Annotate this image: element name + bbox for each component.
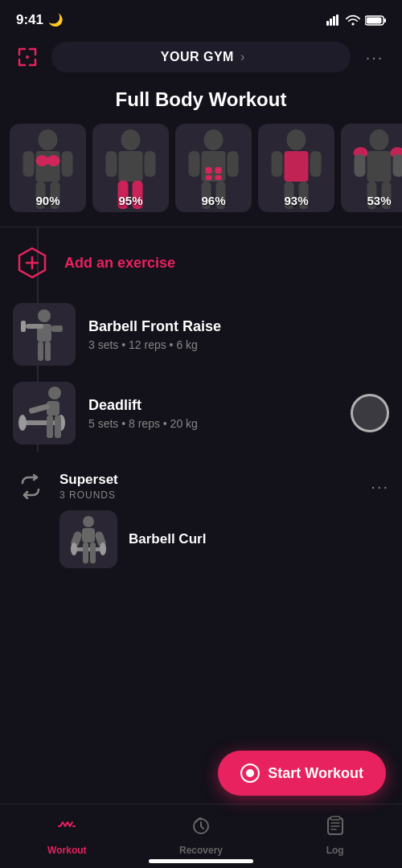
home-indicator: [149, 859, 253, 863]
svg-point-8: [39, 129, 58, 150]
thumbnail-2-percent: 95%: [92, 194, 169, 207]
log-nav-icon: [325, 816, 346, 841]
thumbnail-1-percent: 90%: [10, 194, 86, 207]
more-menu-button[interactable]: ···: [360, 48, 389, 67]
nav-workout[interactable]: Workout: [0, 809, 134, 856]
svg-rect-54: [38, 342, 43, 361]
superset-exercise-name: Barbell Curl: [129, 531, 206, 547]
svg-rect-9: [36, 151, 60, 182]
workout-nav-label: Workout: [47, 845, 86, 856]
svg-rect-1: [330, 18, 332, 26]
svg-point-71: [71, 542, 77, 555]
svg-rect-43: [393, 154, 403, 177]
svg-rect-33: [285, 151, 309, 182]
svg-rect-23: [202, 151, 226, 182]
svg-point-11: [47, 155, 60, 166]
thumbnail-5[interactable]: 53%: [341, 124, 402, 212]
recovery-nav-label: Recovery: [179, 845, 223, 856]
svg-rect-13: [62, 151, 73, 177]
svg-point-32: [287, 129, 306, 150]
svg-rect-42: [355, 154, 366, 177]
recovery-nav-icon: [191, 816, 211, 841]
svg-rect-17: [119, 151, 143, 182]
superset-rounds: 3 ROUNDS: [59, 489, 359, 501]
svg-point-16: [121, 129, 141, 150]
thumbnail-3-percent: 96%: [175, 194, 252, 207]
svg-point-7: [26, 55, 29, 59]
svg-rect-55: [45, 342, 51, 361]
svg-rect-12: [23, 151, 35, 177]
thumbnail-4[interactable]: 93%: [258, 124, 334, 212]
svg-rect-74: [90, 542, 96, 563]
gym-label: YOUR GYM: [161, 50, 234, 64]
expand-icon[interactable]: [13, 43, 42, 72]
exercise-1-meta: 3 sets • 12 reps • 6 kg: [88, 338, 389, 351]
exercise-1-name: Barbell Front Raise: [88, 318, 389, 335]
exercise-thumb-2: [13, 382, 76, 444]
svg-point-72: [100, 542, 106, 555]
svg-rect-39: [367, 151, 392, 182]
nav-log[interactable]: Log: [268, 809, 402, 856]
exercise-list: Add an exercise Barbell Front Raise: [0, 227, 402, 452]
exercise-2-name: Deadlift: [88, 397, 338, 414]
exercise-item-1[interactable]: Barbell Front Raise 3 sets • 12 reps • 6…: [13, 295, 389, 374]
svg-rect-73: [83, 542, 88, 563]
gym-pill[interactable]: YOUR GYM ›: [51, 42, 351, 72]
exercise-2-info: Deadlift 5 sets • 8 reps • 20 kg: [88, 397, 338, 430]
svg-point-10: [36, 155, 49, 166]
exercise-item-2[interactable]: Deadlift 5 sets • 8 reps • 20 kg: [13, 374, 389, 452]
superset-more-button[interactable]: ···: [371, 477, 389, 496]
signal-icon: [326, 14, 341, 26]
status-icons: [326, 14, 386, 26]
superset-title: Superset: [59, 472, 359, 488]
svg-rect-56: [13, 382, 76, 444]
svg-rect-53: [51, 326, 63, 332]
wifi-icon: [346, 14, 360, 26]
superset-exercise-1[interactable]: Barbell Curl: [59, 510, 389, 568]
exercise-thumb-1: [13, 303, 76, 366]
add-hex-icon: [13, 244, 51, 282]
muscle-thumbnails: 90% 95%: [0, 124, 402, 212]
svg-rect-51: [26, 324, 43, 329]
svg-rect-34: [272, 151, 283, 177]
exercise-2-meta: 5 sets • 8 reps • 20 kg: [88, 417, 338, 430]
log-nav-label: Log: [326, 845, 344, 856]
svg-point-57: [48, 387, 61, 399]
top-bar: YOUR GYM › ···: [0, 35, 402, 82]
svg-point-22: [204, 129, 224, 150]
svg-rect-24: [206, 167, 212, 174]
svg-rect-27: [215, 175, 222, 180]
add-exercise-label: Add an exercise: [64, 255, 175, 272]
svg-rect-52: [21, 321, 26, 332]
start-icon: [240, 764, 260, 783]
svg-point-38: [370, 129, 389, 150]
svg-rect-80: [330, 817, 340, 820]
superset-icon: [13, 469, 48, 504]
thumbnail-3[interactable]: 96%: [175, 124, 252, 212]
svg-rect-26: [206, 175, 212, 180]
nav-recovery[interactable]: Recovery: [134, 809, 269, 856]
svg-rect-19: [145, 151, 156, 177]
add-exercise-row[interactable]: Add an exercise: [13, 227, 389, 295]
svg-rect-64: [55, 416, 61, 438]
svg-rect-3: [336, 14, 338, 26]
start-workout-label: Start Workout: [268, 765, 363, 782]
superset-info: Superset 3 ROUNDS: [59, 472, 359, 501]
svg-rect-6: [367, 17, 382, 23]
thumbnail-1[interactable]: 90%: [10, 124, 86, 212]
svg-rect-67: [82, 528, 95, 542]
superset-header: Superset 3 ROUNDS ···: [13, 469, 389, 504]
svg-rect-63: [47, 416, 53, 438]
thumbnail-5-percent: 53%: [341, 194, 402, 207]
svg-rect-25: [215, 167, 222, 174]
svg-point-66: [83, 516, 94, 527]
moon-icon: 🌙: [48, 13, 64, 27]
start-workout-button[interactable]: Start Workout: [218, 751, 386, 796]
svg-rect-2: [333, 16, 335, 26]
svg-rect-28: [189, 151, 200, 177]
thumbnail-2[interactable]: 95%: [92, 124, 169, 212]
circle-button-2[interactable]: [351, 394, 389, 432]
svg-rect-18: [106, 151, 117, 177]
gym-arrow-icon: ›: [240, 50, 244, 64]
thumbnail-4-percent: 93%: [258, 194, 334, 207]
